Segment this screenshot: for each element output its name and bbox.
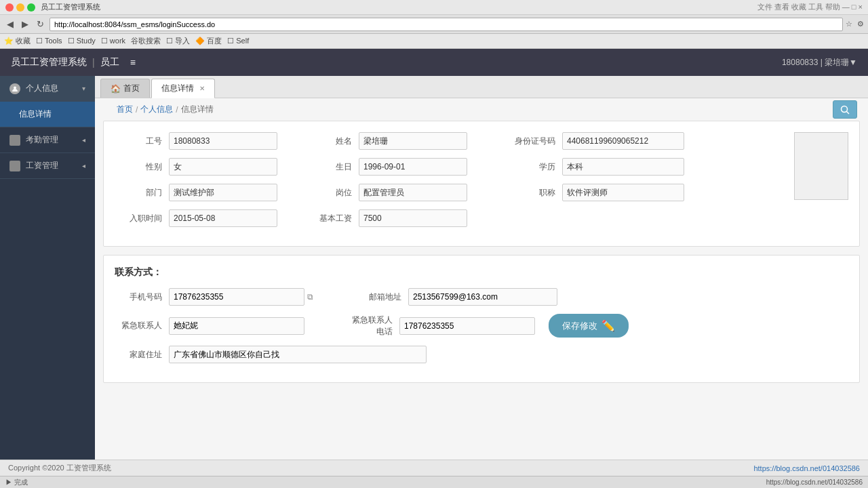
salary-icon	[9, 161, 20, 171]
label-base-salary: 基本工资	[304, 213, 359, 224]
status-left: ▶ 完成	[5, 478, 28, 487]
label-address: 家庭住址	[115, 349, 169, 361]
input-base-salary[interactable]	[359, 209, 467, 227]
footer-link[interactable]: https://blog.csdn.net/014032586	[753, 464, 860, 472]
nav-icons: ☆ ⚙	[846, 20, 864, 28]
back-btn[interactable]: ◀	[4, 18, 16, 30]
attendance-icon	[9, 135, 20, 146]
sidebar-item-personal-info[interactable]: 个人信息 ▾	[0, 76, 95, 102]
refresh-btn[interactable]: ↻	[34, 18, 47, 30]
contact-row-1: 手机号码 ⧉ 邮箱地址	[115, 288, 848, 306]
employee-form: 工号 姓名 身份证号码 性别 生日 学历	[103, 121, 860, 247]
bookmark-tools[interactable]: ☐ Tools	[36, 37, 62, 45]
user-info[interactable]: 18080833 | 梁培珊▼	[782, 57, 857, 68]
form-row-3: 部门 岗位 职称	[115, 184, 848, 201]
save-btn-area: 保存修改 ✏️	[549, 314, 629, 338]
input-emergency-contact[interactable]	[169, 317, 304, 335]
label-id-number: 身份证号码	[508, 136, 562, 147]
input-birthday[interactable]	[359, 158, 467, 176]
input-title[interactable]	[562, 184, 684, 201]
input-position[interactable]	[359, 184, 467, 201]
breadcrumb-current: 信息详情	[181, 104, 214, 115]
input-id-number[interactable]	[562, 132, 684, 150]
contact-row-3: 家庭住址	[115, 346, 848, 363]
search-button[interactable]	[833, 100, 857, 119]
label-emergency-contact: 紧急联系人	[115, 320, 169, 331]
input-address[interactable]	[169, 346, 427, 363]
status-bar: ▶ 完成 https://blog.csdn.net/014032586	[0, 476, 868, 488]
app-header: 员工工资管理系统 | 员工 ≡ 18080833 | 梁培珊▼	[0, 49, 868, 76]
home-tab-label: 首页	[123, 83, 140, 94]
label-position: 岗位	[304, 187, 359, 199]
breadcrumb-home[interactable]: 首页	[117, 104, 133, 115]
save-button[interactable]: 保存修改 ✏️	[549, 314, 629, 338]
tab-close-icon[interactable]: ✕	[199, 85, 205, 92]
save-btn-label: 保存修改	[562, 320, 597, 332]
label-email: 邮箱地址	[354, 291, 408, 303]
label-education: 学历	[508, 161, 562, 173]
sidebar-label-personal: 个人信息	[26, 83, 58, 94]
contact-section: 联系方式： 手机号码 ⧉ 邮箱地址 紧急联系人 紧急联系人电话	[103, 255, 860, 383]
salary-arrow: ◂	[82, 162, 85, 169]
input-department[interactable]	[169, 184, 277, 201]
sidebar-item-info-detail[interactable]: 信息详情	[0, 102, 95, 127]
label-emergency-phone: 紧急联系人电话	[345, 314, 399, 338]
input-phone[interactable]	[169, 288, 304, 306]
label-employee-id: 工号	[115, 136, 169, 147]
bookmark-self[interactable]: ☐ Self	[227, 37, 249, 45]
copy-icon[interactable]: ⧉	[307, 292, 313, 302]
input-education[interactable]	[562, 158, 684, 176]
app-body: 个人信息 ▾ 信息详情 考勤管理 ◂ 工资管理 ◂	[0, 76, 868, 460]
window-controls[interactable]	[5, 3, 35, 12]
sidebar-label-attendance: 考勤管理	[26, 134, 58, 146]
input-gender[interactable]	[169, 158, 277, 176]
label-phone: 手机号码	[115, 291, 169, 303]
breadcrumb-personal[interactable]: 个人信息	[140, 104, 173, 115]
bookmark-favorites[interactable]: ⭐ 收藏	[4, 36, 31, 46]
bookmark-baidu[interactable]: 🔶 百度	[195, 36, 222, 46]
photo-box	[794, 132, 848, 200]
input-emergency-phone[interactable]	[399, 317, 535, 335]
bookmark-import[interactable]: ☐ 导入	[166, 36, 190, 46]
form-row-4: 入职时间 基本工资	[115, 209, 848, 227]
label-name: 姓名	[304, 136, 359, 147]
star-icon[interactable]: ☆	[846, 20, 852, 28]
title-separator: |	[92, 57, 95, 68]
tab-info-detail[interactable]: 信息详情 ✕	[151, 79, 215, 98]
app-module: 员工	[100, 56, 119, 68]
personal-info-icon	[9, 83, 20, 94]
save-btn-icon: ✏️	[601, 319, 615, 332]
address-bar[interactable]	[50, 18, 843, 31]
breadcrumb: 首页 / 个人信息 / 信息详情	[106, 98, 224, 121]
main-content: 🏠 首页 信息详情 ✕ 首页 / 个人信息 / 信息详情	[95, 76, 868, 460]
personal-info-arrow: ▾	[82, 85, 85, 92]
browser-tab-label: 员工工资管理系统	[41, 2, 100, 12]
bookmark-work[interactable]: ☐ work	[101, 37, 125, 45]
browser-nav: ◀ ▶ ↻ ☆ ⚙	[0, 15, 868, 34]
settings-icon[interactable]: ⚙	[857, 20, 864, 28]
sidebar-item-attendance[interactable]: 考勤管理 ◂	[0, 127, 95, 153]
label-title: 职称	[508, 187, 562, 199]
close-btn[interactable]	[5, 3, 14, 12]
label-gender: 性别	[115, 161, 169, 173]
label-join-date: 入职时间	[115, 213, 169, 224]
bookmarks-bar: ⭐ 收藏 ☐ Tools ☐ Study ☐ work 谷歌搜索 ☐ 导入 🔶 …	[0, 34, 868, 49]
form-row-2: 性别 生日 学历	[115, 158, 848, 176]
search-icon	[840, 105, 850, 115]
sidebar-item-salary[interactable]: 工资管理 ◂	[0, 153, 95, 179]
tab-home[interactable]: 🏠 首页	[100, 79, 150, 98]
svg-point-1	[842, 106, 848, 112]
hamburger-icon[interactable]: ≡	[130, 57, 136, 68]
bookmark-google[interactable]: 谷歌搜索	[131, 36, 161, 46]
svg-line-2	[847, 111, 850, 114]
bookmark-study[interactable]: ☐ Study	[68, 37, 96, 45]
input-employee-id[interactable]	[169, 132, 277, 150]
forward-btn[interactable]: ▶	[19, 18, 31, 30]
maximize-btn[interactable]	[27, 3, 35, 12]
home-tab-icon: 🏠	[111, 84, 121, 94]
input-name[interactable]	[359, 132, 467, 150]
input-email[interactable]	[408, 288, 557, 306]
input-join-date[interactable]	[169, 209, 277, 227]
sidebar-label-info-detail: 信息详情	[19, 108, 52, 120]
minimize-btn[interactable]	[16, 3, 24, 12]
